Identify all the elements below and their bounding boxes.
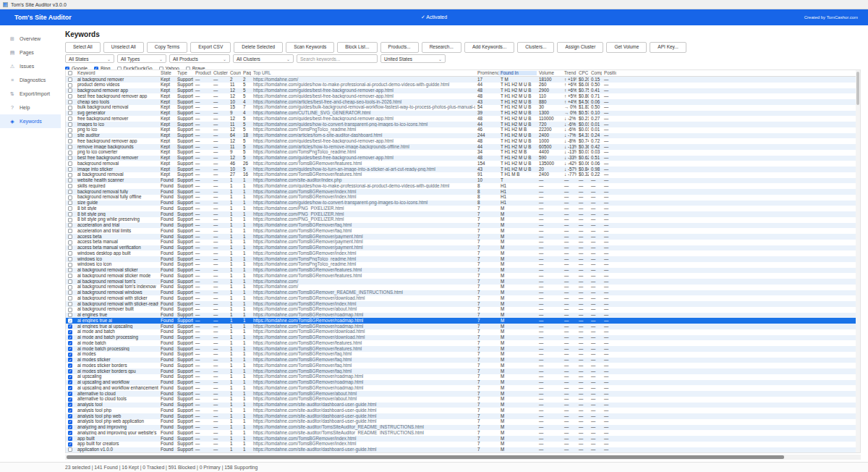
table-row[interactable]: ai engines trueFoundSupporting——11https:… <box>66 313 860 319</box>
row-checkbox-icon[interactable] <box>68 251 72 256</box>
row-checkbox-icon[interactable] <box>68 111 72 115</box>
row-checkbox-icon[interactable] <box>68 190 72 194</box>
horizontal-scrollbar[interactable] <box>65 455 861 460</box>
column-header-type[interactable]: Type <box>175 71 193 75</box>
row-checkbox-icon[interactable] <box>68 263 72 267</box>
table-row[interactable]: bulk background removalKeptSupporting——1… <box>66 105 860 111</box>
column-header-prominence[interactable]: Prominence <box>475 71 498 75</box>
row-checkbox-icon[interactable] <box>68 178 72 182</box>
table-row[interactable]: ✓app built for creatorsFoundSupporting——… <box>66 442 860 447</box>
vertical-scrollbar-thumb[interactable] <box>856 72 859 105</box>
column-header-position[interactable]: Position <box>602 71 616 75</box>
table-row[interactable]: png to icoKeptSupporting——125https://tom… <box>66 127 860 133</box>
table-row[interactable]: site auditorKeptSupporting——6418https://… <box>66 133 860 139</box>
all-states-select[interactable]: All States⌄ <box>65 54 114 63</box>
assign-cluster-button[interactable]: Assign Cluster <box>557 42 603 53</box>
column-header-count[interactable]: Count <box>228 71 241 75</box>
row-checkbox-icon[interactable]: ✓ <box>68 353 72 357</box>
row-checkbox-icon[interactable] <box>68 268 72 272</box>
sidebar-item-overview[interactable]: ⊞Overview <box>0 32 61 46</box>
table-row[interactable]: 8 bit style png while preservingFoundSup… <box>66 217 860 223</box>
row-checkbox-icon[interactable]: ✓ <box>68 380 72 384</box>
table-row[interactable]: application v1.0.0 this guideFoundSuppor… <box>66 452 860 453</box>
row-checkbox-icon[interactable]: ✓ <box>68 341 72 345</box>
table-row[interactable]: ✓ai upscaling and workflow enhancementsF… <box>66 385 860 391</box>
row-checkbox-icon[interactable]: ✓ <box>68 347 72 351</box>
table-row[interactable]: free background remover appKeptSupportin… <box>66 138 860 144</box>
table-row[interactable]: website health scannerFoundSupporting——1… <box>66 178 860 184</box>
table-row[interactable]: windows desktop app builtFoundSupporting… <box>66 250 860 256</box>
column-header-comp[interactable]: Comp <box>589 71 602 75</box>
row-checkbox-icon[interactable] <box>68 83 72 88</box>
row-checkbox-icon[interactable] <box>68 212 72 216</box>
table-row[interactable]: size guideFoundSupporting——11https://tom… <box>66 201 860 206</box>
row-checkbox-icon[interactable] <box>68 257 72 261</box>
table-row[interactable]: 8 bit styleFoundSupporting——11https://to… <box>66 206 860 211</box>
row-checkbox-icon[interactable] <box>68 94 72 98</box>
row-checkbox-icon[interactable] <box>68 240 72 245</box>
table-row[interactable]: ✓alternative to cloud toolsFoundSupporti… <box>66 397 860 403</box>
row-checkbox-icon[interactable] <box>68 128 72 132</box>
table-row[interactable]: image into stickerKeptSupporting——105htt… <box>66 167 860 172</box>
column-header-cluster[interactable]: Cluster <box>211 71 228 75</box>
table-row[interactable]: ai background removal windowsFoundSuppor… <box>66 290 860 296</box>
row-checkbox-icon[interactable] <box>68 167 72 172</box>
table-row[interactable]: 8 bit style pngFoundSupporting——11https:… <box>66 211 860 217</box>
table-row[interactable]: ✓ai upscaling and workflowFoundSupportin… <box>66 380 860 386</box>
table-row[interactable]: background removal fully offlineFoundSup… <box>66 195 860 201</box>
table-row[interactable]: ai background removal tom'sFoundSupporti… <box>66 279 860 285</box>
row-checkbox-icon[interactable] <box>68 145 72 149</box>
table-row[interactable]: ✓app builtFoundSupporting——11https://tom… <box>66 436 860 442</box>
column-header-top-url[interactable]: Top URL <box>251 71 475 75</box>
row-checkbox-icon[interactable] <box>68 161 72 166</box>
table-row[interactable]: skills requiredFoundSupporting——11https:… <box>66 183 860 189</box>
table-row[interactable]: ✓ai engines true aiFoundSupporting——11ht… <box>66 318 860 324</box>
table-row[interactable]: ✓ai mode and batch processingFoundSuppor… <box>66 335 860 341</box>
horizontal-scrollbar-thumb[interactable] <box>67 455 784 459</box>
table-row[interactable]: background removalKeptSupporting——4626ht… <box>66 161 860 167</box>
all-products-select[interactable]: All Products⌄ <box>169 54 230 63</box>
row-checkbox-icon[interactable]: ✓ <box>68 392 72 396</box>
table-row[interactable]: background removal fullyFoundSupporting—… <box>66 189 860 195</box>
sidebar-item-pages[interactable]: ▤Pages <box>0 46 61 59</box>
row-checkbox-icon[interactable] <box>68 290 72 295</box>
row-checkbox-icon[interactable]: ✓ <box>68 425 72 429</box>
row-checkbox-icon[interactable]: ✓ <box>68 386 72 390</box>
table-row[interactable]: product demo videosKeptSupporting——115ht… <box>66 83 860 88</box>
table-row[interactable]: png to ico converterKeptSupporting——95ht… <box>66 150 860 156</box>
row-checkbox-icon[interactable]: ✓ <box>68 335 72 340</box>
row-checkbox-icon[interactable]: ✓ <box>68 319 72 323</box>
table-row[interactable]: ✓ai modesFoundSupporting——11https://tomd… <box>66 352 860 358</box>
unselect-all-button[interactable]: Unselect All <box>103 42 144 53</box>
row-checkbox-icon[interactable] <box>68 173 72 177</box>
row-checkbox-icon[interactable]: ✓ <box>68 369 72 374</box>
table-row[interactable]: ai background remover builtFoundSupporti… <box>66 307 860 313</box>
search-input[interactable] <box>297 54 378 63</box>
table-row[interactable]: ✓ai modes stickerFoundSupporting——11http… <box>66 358 860 363</box>
table-row[interactable]: windows icoFoundSupporting——11https://to… <box>66 256 860 262</box>
column-header-pages[interactable]: Pages <box>241 71 251 75</box>
header-checkbox-icon[interactable] <box>68 71 72 75</box>
row-checkbox-icon[interactable]: ✓ <box>68 403 72 407</box>
table-row[interactable]: acceleration and trialFoundSupporting——1… <box>66 223 860 229</box>
scan-keywords-button[interactable]: Scan Keywords <box>286 42 334 53</box>
column-header-product[interactable]: Product <box>193 71 211 75</box>
row-checkbox-icon[interactable] <box>68 285 72 290</box>
row-checkbox-icon[interactable] <box>68 302 72 306</box>
table-row[interactable]: ✓ai mode batch processingFoundSupporting… <box>66 346 860 352</box>
row-checkbox-icon[interactable]: ✓ <box>68 431 72 435</box>
row-checkbox-icon[interactable]: ✓ <box>68 324 72 329</box>
table-row[interactable]: ✓analysis toolFoundSupporting——11https:/… <box>66 403 860 408</box>
row-checkbox-icon[interactable]: ✓ <box>68 363 72 368</box>
get-volume-button[interactable]: Get Volume <box>606 42 647 53</box>
row-checkbox-icon[interactable] <box>68 201 72 205</box>
column-header-volume[interactable]: Volume <box>537 71 562 75</box>
table-row[interactable]: ✓alternative to cloudFoundSupporting——11… <box>66 391 860 397</box>
row-checkbox-icon[interactable] <box>68 88 72 93</box>
export-csv-button[interactable]: Export CSV <box>190 42 231 53</box>
table-row[interactable]: remove image backgroundsKeptSupporting——… <box>66 144 860 150</box>
row-checkbox-icon[interactable]: ✓ <box>68 358 72 362</box>
column-header-cpc[interactable]: CPC <box>576 71 589 75</box>
table-row[interactable]: ✓ai upscalingFoundSupporting——11https://… <box>66 374 860 380</box>
sidebar-item-help[interactable]: ?Help <box>0 101 61 114</box>
